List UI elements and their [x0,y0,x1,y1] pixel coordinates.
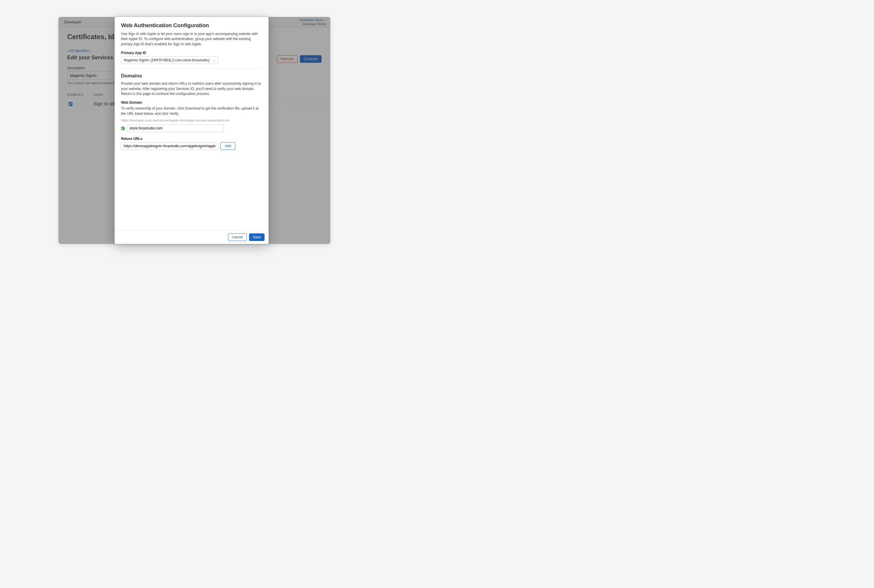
web-domain-label: Web Domain [121,100,262,105]
domains-intro: Provide your web domain and return URLs … [121,81,262,96]
modal-title: Web Authentication Configuration [121,22,262,28]
primary-app-id-select[interactable]: Magento SignIn (ZMF8Y8B3L2.com.store.for… [121,56,218,64]
web-domain-input[interactable] [127,124,224,132]
return-url-input[interactable] [121,142,218,150]
modal-body: Web Authentication Configuration Use Sig… [114,17,269,230]
modal-footer: Cancel Save [114,230,269,244]
verified-check-icon [121,126,125,130]
domains-title: Domains [121,73,262,79]
divider [121,69,262,69]
return-url-row: Add [121,142,262,150]
return-urls-label: Return URLs [121,137,262,141]
web-domain-help: To verify ownership of your domain, clic… [121,106,262,116]
primary-app-id-value: Magento SignIn (ZMF8Y8B3L2.com.store.for… [123,58,209,62]
web-auth-config-modal: Web Authentication Configuration Use Sig… [114,17,269,244]
primary-app-id-label: Primary App ID [121,51,262,55]
cancel-button[interactable]: Cancel [228,233,247,241]
web-domain-url-hint: https://example.com/.well-known/apple-de… [121,118,262,122]
web-domain-row [121,124,262,132]
save-button[interactable]: Save [249,233,265,241]
modal-intro: Use Sign In with Apple to let your users… [121,32,262,47]
chevron-down-icon: ⌄ [213,59,215,62]
add-button[interactable]: Add [220,142,235,150]
